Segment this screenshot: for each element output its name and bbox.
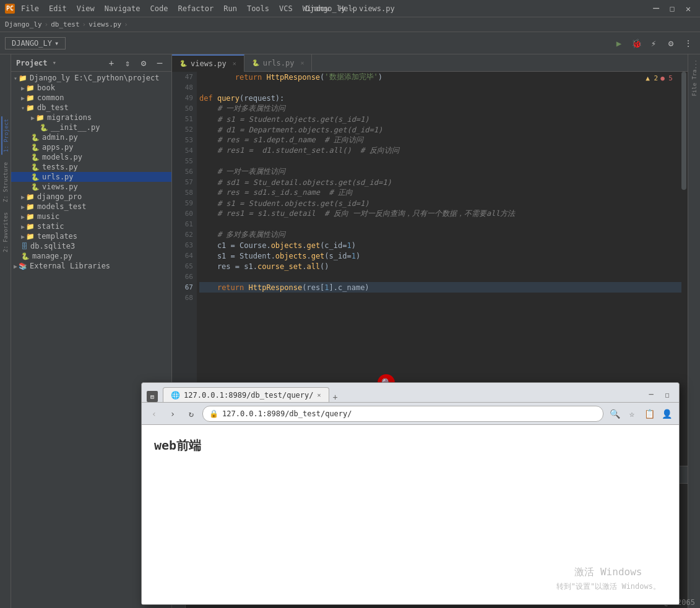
browser-profile-btn[interactable]: 👤 (659, 406, 674, 421)
tree-item-static[interactable]: ▶ 📁 static (11, 221, 171, 231)
browser-active-tab[interactable]: 🌐 127.0.0.1:8989/db_test/query/ ✕ (163, 387, 329, 402)
tree-item-tests[interactable]: 🐍 tests.py (11, 162, 171, 172)
scroll-thumb[interactable] (681, 72, 686, 190)
breadcrumb-folder[interactable]: db_test (51, 20, 79, 28)
menu-code[interactable]: Code (147, 3, 172, 14)
run-config-label: DJANGO_LY (12, 39, 52, 48)
tree-item-ext-libs[interactable]: ▶ 📚 External Libraries (11, 261, 171, 271)
breadcrumb-root[interactable]: Django_ly (5, 20, 42, 28)
run-config-selector[interactable]: DJANGO_LY ▾ (5, 37, 66, 49)
browser-nav-bar: ‹ › ↻ 🔒 127.0.0.1:8989/db_test/query/ 🔍 … (142, 403, 679, 425)
tree-item-apps[interactable]: 🐍 apps.py (11, 142, 171, 152)
mini-scrollbar[interactable] (681, 72, 686, 466)
menu-vcs[interactable]: VCS (275, 3, 296, 14)
tree-item-urls[interactable]: 🐍 urls.py (11, 172, 171, 182)
sidebar-z-structure-label[interactable]: Z: Structure (2, 160, 9, 205)
browser-collections-btn[interactable]: 📋 (642, 406, 657, 421)
code-line-51: # s1 = Student.objects.get(s_id=1) (199, 114, 685, 124)
browser-tab-close[interactable]: ✕ (318, 392, 321, 398)
code-line-55 (199, 156, 685, 166)
line-68: 68 (172, 293, 197, 303)
sqlite-file-icon: 🗄 (21, 242, 28, 250)
tree-item-book[interactable]: ▶ 📁 book (11, 83, 171, 93)
title-bar: PC File Edit View Navigate Code Refactor… (0, 0, 700, 17)
sidebar-structure-label[interactable]: 1: Project (1, 116, 10, 155)
apps-file-icon: 🐍 (31, 143, 40, 152)
menu-run[interactable]: Run (220, 3, 241, 14)
manage-label: manage.py (32, 252, 72, 260)
tree-item-views[interactable]: 🐍 views.py (11, 182, 171, 192)
close-btn[interactable]: ✕ (681, 2, 695, 15)
browser-refresh-btn[interactable]: ↻ (184, 406, 199, 421)
browser-zoom-btn[interactable]: 🔍 (607, 406, 622, 421)
coverage-btn[interactable]: ⚡ (647, 36, 660, 50)
settings-btn[interactable]: ⚙ (664, 36, 678, 50)
tab-views-py[interactable]: 🐍 views.py ✕ (172, 54, 244, 72)
menu-view[interactable]: View (73, 3, 98, 14)
code-line-57: # sd1 = Stu_detail.objects.get(sd_id=1) (199, 177, 685, 187)
browser-bookmark-btn[interactable]: ☆ (624, 406, 639, 421)
tree-item-db-test[interactable]: ▾ 📁 db_test (11, 103, 171, 113)
tree-item-models-test[interactable]: ▶ 📁 models_test (11, 202, 171, 212)
tree-item-templates[interactable]: ▶ 📁 templates (11, 231, 171, 241)
sidebar-favorites-label[interactable]: 2: Favorites (2, 210, 9, 255)
debug-btn[interactable]: 🐞 (629, 36, 643, 50)
menu-tools[interactable]: Tools (243, 3, 273, 14)
tree-item-models[interactable]: 🐍 models.py (11, 152, 171, 162)
minimize-btn[interactable]: ─ (649, 2, 663, 15)
tree-item-django-pro[interactable]: ▶ 📁 django_pro (11, 192, 171, 202)
tab-views-close[interactable]: ✕ (233, 60, 236, 67)
panel-scroll-btn[interactable]: ⇕ (121, 56, 134, 70)
tree-item-sqlite[interactable]: 🗄 db.sqlite3 (11, 241, 171, 251)
line-48: 48 (172, 82, 197, 93)
browser-new-tab-btn[interactable]: + (329, 392, 342, 402)
book-label: book (37, 83, 55, 92)
project-dropdown-icon[interactable]: ▾ (53, 59, 57, 67)
tree-item-migrations[interactable]: ▶ 📁 migrations (11, 113, 171, 122)
tab-urls-py[interactable]: 🐍 urls.py ✕ (244, 54, 313, 72)
breadcrumb-file[interactable]: views.py (89, 20, 121, 28)
menu-file[interactable]: File (17, 3, 43, 14)
browser-window: ⊞ 🌐 127.0.0.1:8989/db_test/query/ ✕ + ─ … (141, 382, 680, 605)
urls-file-icon: 🐍 (31, 173, 40, 181)
line-64: 64 (172, 250, 197, 261)
browser-url-bar[interactable]: 🔒 127.0.0.1:8989/db_test/query/ (202, 406, 603, 422)
error-count: ● 5 (660, 74, 673, 82)
right-strip-label-1[interactable]: File Tra... (691, 59, 698, 96)
views-file-icon: 🐍 (31, 183, 40, 191)
run-btn[interactable]: ▶ (612, 36, 626, 50)
tree-item-admin[interactable]: 🐍 admin.py (11, 132, 171, 142)
browser-maximize-btn[interactable]: □ (660, 390, 674, 400)
toolbar: DJANGO_LY ▾ ▶ 🐞 ⚡ ⚙ ⋮ (0, 32, 700, 54)
tree-item-music[interactable]: ▶ 📁 music (11, 212, 171, 221)
line-61: 61 (172, 219, 197, 229)
browser-forward-btn[interactable]: › (165, 406, 180, 421)
panel-add-btn[interactable]: + (105, 56, 118, 70)
menu-edit[interactable]: Edit (45, 3, 71, 14)
more-btn[interactable]: ⋮ (681, 36, 695, 50)
browser-window-controls: ⊞ (147, 391, 158, 402)
tree-item-common[interactable]: ▶ 📁 common (11, 93, 171, 103)
tree-item-manage[interactable]: 🐍 manage.py (11, 251, 171, 261)
static-arrow: ▶ (21, 223, 25, 230)
browser-content: web前端 激活 Windows 转到"设置"以激活 Windows。 (142, 425, 679, 604)
db-test-label: db_test (37, 103, 69, 112)
urls-label: urls.py (42, 173, 74, 181)
music-arrow: ▶ (21, 213, 25, 220)
panel-settings-btn[interactable]: ⚙ (137, 56, 150, 70)
migrations-label: migrations (47, 113, 92, 122)
panel-minimize-btn[interactable]: ─ (153, 56, 166, 70)
browser-back-btn[interactable]: ‹ (147, 406, 162, 421)
tree-item-init[interactable]: 🐍 __init__.py (11, 122, 171, 132)
browser-minimize-btn[interactable]: ─ (644, 390, 658, 400)
ext-libs-label: External Libraries (30, 262, 110, 270)
menu-refactor[interactable]: Refactor (174, 3, 217, 14)
tree-root[interactable]: ▾ 📁 Django_ly E:\C_python\project (11, 73, 171, 83)
maximize-btn[interactable]: □ (665, 2, 679, 15)
tab-urls-close[interactable]: ✕ (300, 59, 304, 66)
code-line-61 (199, 219, 685, 229)
menu-navigate[interactable]: Navigate (101, 3, 144, 14)
browser-secure-icon: 🔒 (209, 409, 218, 418)
line-56: 56 (172, 166, 197, 177)
code-line-59: # s1 = Student.objects.get(s_id=1) (199, 198, 685, 208)
